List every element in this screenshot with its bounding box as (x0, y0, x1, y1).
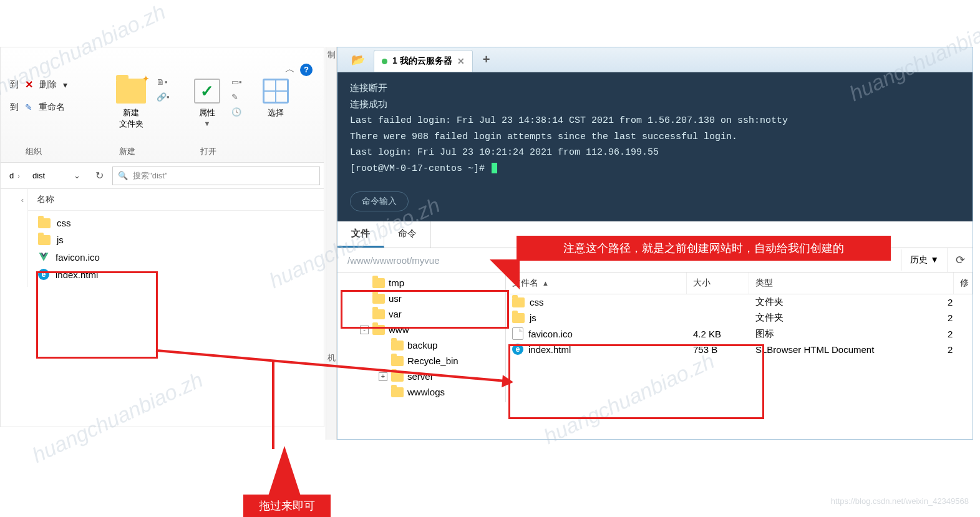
tree-node-label: wwwlogs (407, 387, 445, 397)
grid-row[interactable]: js文件夹2 (506, 310, 973, 326)
file-name: css (57, 218, 71, 228)
tree-node[interactable]: +server (337, 369, 505, 384)
help-icon[interactable]: ? (300, 64, 313, 76)
grid-file-size: 753 B (693, 344, 755, 355)
file-row[interactable]: eindex.html (33, 266, 319, 283)
new-folder-button[interactable]: ✦ 新建 文件夹 (116, 79, 146, 130)
address-bar: d› dist ⌄ ↻ 🔍 搜索"dist" (1, 163, 324, 189)
tree-node[interactable]: wwwlogs (337, 384, 505, 400)
tree-node[interactable]: usr (337, 291, 505, 306)
clipped-text: 制 (326, 47, 336, 63)
tree-node-label: tmp (389, 278, 404, 288)
annotation-arrow (272, 362, 274, 449)
close-icon[interactable]: ✕ (457, 56, 465, 66)
edge-icon: e (38, 269, 49, 280)
easy-access-icon[interactable]: 🔗▪ (157, 92, 170, 102)
tab-commands[interactable]: 命令 (384, 221, 431, 248)
rename-label[interactable]: 重命名 (39, 102, 65, 113)
session-tab[interactable]: 1 我的云服务器 ✕ (374, 50, 473, 72)
folder-icon (372, 294, 385, 304)
delete-label[interactable]: 删除 (39, 79, 57, 90)
tree-node-label: www (389, 324, 409, 335)
tree-node[interactable]: Recycle_bin (337, 353, 505, 369)
column-header-name[interactable]: 名称 (28, 189, 324, 211)
open-icon[interactable]: ▭▪ (231, 77, 242, 87)
column-header-size[interactable]: 大小 (687, 273, 749, 294)
callout-pointer-icon (490, 259, 520, 289)
directory-tree[interactable]: tmpusrvar-wwwbackupRecycle_bin+serverwww… (337, 273, 506, 402)
tree-node-label: usr (389, 293, 402, 304)
properties-button[interactable]: ✓ 属性▼ (194, 79, 220, 128)
explorer-window: ︿ ? 到 ✕ 删除 ▾ 到 ✎ 重命名 ✦ 新建 文件夹 🗎▪ 🔗▪ ✓ 属性… (0, 47, 324, 427)
grid-file-name: favicon.ico (528, 329, 573, 339)
terminal-prompt: [root@VM-0-17-centos ~]# (350, 163, 485, 174)
folder-icon (372, 325, 385, 335)
grid-file-mod: 2 (948, 297, 966, 307)
tree-node-label: backup (407, 340, 437, 350)
tree-expander-icon[interactable]: + (379, 372, 387, 381)
grid-row[interactable]: eindex.html753 BSLBrowser HTML Document2 (506, 342, 973, 357)
ribbon-group-new: 新建 (119, 146, 135, 157)
folder-icon (372, 309, 385, 319)
grid-row[interactable]: css文件夹2 (506, 294, 973, 310)
grid-file-type: SLBrowser HTML Document (755, 344, 948, 355)
search-placeholder: 搜索"dist" (133, 170, 167, 181)
refresh-icon[interactable]: ↻ (89, 167, 110, 184)
tab-files[interactable]: 文件 (337, 221, 384, 248)
command-input[interactable]: 命令输入 (350, 191, 409, 211)
grid-file-name: css (530, 297, 544, 307)
folder-icon (38, 235, 51, 245)
file-name: favicon.ico (56, 252, 100, 263)
breadcrumb-dropdown-icon[interactable]: ⌄ (67, 168, 87, 183)
open-folder-icon[interactable]: 📂 (344, 48, 372, 72)
tree-node[interactable]: backup (337, 337, 505, 353)
file-row[interactable]: js (33, 231, 319, 248)
folder-icon (512, 297, 525, 307)
history-button[interactable]: 历史 ▼ (901, 249, 948, 271)
ribbon: ︿ ? 到 ✕ 删除 ▾ 到 ✎ 重命名 ✦ 新建 文件夹 🗎▪ 🔗▪ ✓ 属性… (1, 47, 324, 163)
file-row[interactable]: css (33, 215, 319, 231)
reload-icon[interactable]: ⟳ (948, 248, 973, 272)
new-tab-icon[interactable]: + (474, 47, 499, 72)
to-label: 到 (10, 102, 19, 113)
column-header-modified[interactable]: 修 (954, 273, 973, 294)
tree-node-label: var (389, 309, 402, 319)
cursor-icon (492, 163, 497, 173)
column-header-filename[interactable]: 文件名 ▲ (506, 273, 687, 294)
column-header-type[interactable]: 类型 (749, 273, 954, 294)
tree-node[interactable]: tmp (337, 275, 505, 291)
breadcrumb-part[interactable]: d› (4, 168, 25, 183)
new-item-icon[interactable]: 🗎▪ (157, 77, 168, 87)
search-input[interactable]: 🔍 搜索"dist" (112, 167, 320, 185)
grid-file-type: 文件夹 (755, 312, 948, 324)
folder-icon (38, 218, 51, 228)
arrow-head-icon (502, 375, 514, 388)
ribbon-collapse-icon[interactable]: ︿ (285, 63, 295, 76)
annotation-callout: 拖过来即可 (243, 495, 331, 517)
tab-title: 1 我的云服务器 (392, 56, 452, 67)
folder-icon (391, 387, 404, 397)
tree-node[interactable]: var (337, 306, 505, 322)
terminal-output[interactable]: 连接断开 连接成功 Last failed login: Fri Jul 23 … (337, 72, 973, 185)
panel-splitter[interactable]: 制 机 (326, 47, 337, 440)
grid-file-mod: 2 (948, 344, 966, 355)
folder-icon (372, 278, 385, 288)
folder-icon (391, 356, 404, 366)
delete-icon[interactable]: ✕ (25, 79, 33, 90)
nav-pane-collapsed[interactable]: ‹ (1, 189, 28, 287)
folder-icon (391, 341, 404, 350)
ribbon-group-open: 打开 (200, 146, 216, 157)
file-grid: 文件名 ▲ 大小 类型 修 css文件夹2js文件夹2favicon.ico4.… (506, 273, 973, 402)
select-button[interactable]: 选择 (263, 79, 289, 118)
command-input-row: 命令输入 (337, 185, 973, 221)
grid-row[interactable]: favicon.ico4.2 KB图标2 (506, 326, 973, 342)
tree-expander-icon[interactable]: - (360, 326, 369, 334)
edit-icon[interactable]: ✎ (231, 92, 238, 102)
file-row[interactable]: favicon.ico (33, 248, 319, 266)
grid-file-name: index.html (528, 344, 571, 355)
rename-icon[interactable]: ✎ (25, 102, 32, 112)
breadcrumb-part[interactable]: dist (27, 168, 50, 183)
tree-node[interactable]: -www (337, 322, 505, 337)
history-icon[interactable]: 🕓 (231, 107, 241, 117)
to-label: 到 (10, 79, 19, 90)
